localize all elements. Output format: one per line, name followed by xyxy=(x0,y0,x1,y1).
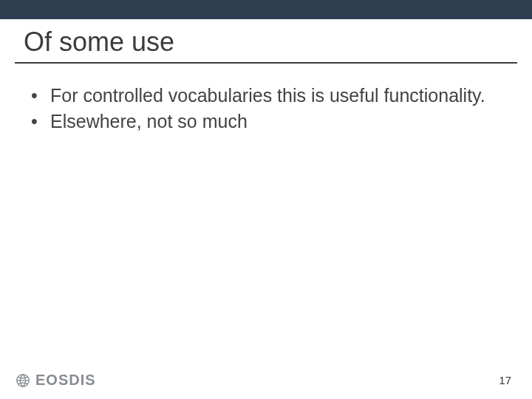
bullet-text: For controlled vocabularies this is usef… xyxy=(50,85,485,106)
globe-icon xyxy=(15,372,31,389)
brand-logo: EOSDIS xyxy=(15,372,96,389)
logo-text: EOSDIS xyxy=(35,372,96,389)
slide-footer: EOSDIS 17 xyxy=(0,372,532,389)
slide-body: For controlled vocabularies this is usef… xyxy=(30,84,502,134)
list-item: For controlled vocabularies this is usef… xyxy=(30,84,502,107)
page-number: 17 xyxy=(499,374,511,386)
top-bar xyxy=(0,0,532,19)
bullet-list: For controlled vocabularies this is usef… xyxy=(30,84,502,134)
slide-title: Of some use xyxy=(24,27,508,58)
bullet-text: Elsewhere, not so much xyxy=(50,111,248,132)
list-item: Elsewhere, not so much xyxy=(30,110,502,133)
title-underline xyxy=(15,62,517,64)
